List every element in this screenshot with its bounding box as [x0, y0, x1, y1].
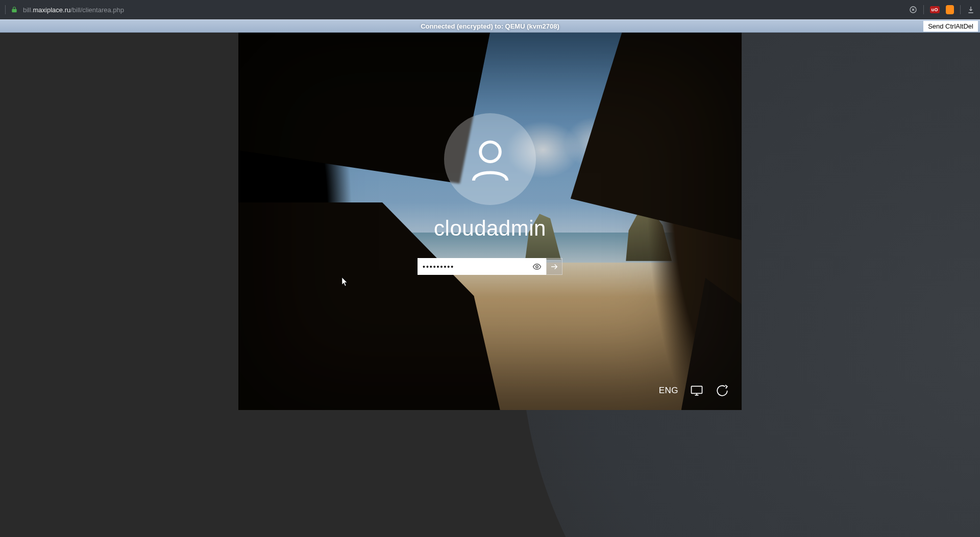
username-label: cloudadmin	[434, 216, 546, 241]
submit-arrow-button[interactable]	[546, 258, 562, 275]
connection-status-text: Connected (encrypted) to: QEMU (kvm2708)	[421, 22, 559, 30]
divider	[5, 5, 6, 14]
login-status-tray: ENG	[659, 383, 729, 398]
input-language-button[interactable]: ENG	[659, 386, 678, 396]
close-circle-icon[interactable]	[909, 6, 917, 14]
browser-address-bar: bill.maxiplace.ru/bill/clientarea.php uO	[0, 0, 980, 19]
svg-point-2	[536, 265, 538, 268]
url-text[interactable]: bill.maxiplace.ru/bill/clientarea.php	[23, 6, 124, 14]
vnc-remote-screen[interactable]: cloudadmin ENG	[238, 33, 742, 410]
ublock-extension-icon[interactable]: uO	[930, 6, 940, 13]
divider	[960, 5, 961, 14]
user-icon	[466, 135, 514, 184]
password-input[interactable]	[423, 259, 541, 274]
windows-login-panel: cloudadmin	[418, 113, 562, 275]
ease-of-access-icon[interactable]	[715, 383, 729, 398]
svg-rect-3	[692, 386, 702, 393]
vnc-connection-bar: Connected (encrypted) to: QEMU (kvm2708)…	[0, 19, 980, 33]
lock-icon	[11, 6, 18, 13]
reveal-password-icon[interactable]	[532, 262, 542, 272]
user-avatar	[444, 113, 536, 205]
download-icon[interactable]	[967, 6, 975, 14]
divider	[923, 5, 924, 14]
page-viewport: cloudadmin ENG	[0, 33, 980, 537]
password-field-wrapper	[418, 258, 546, 275]
extension-icon[interactable]	[946, 5, 954, 14]
svg-point-1	[480, 142, 500, 162]
mouse-cursor-icon	[342, 277, 348, 287]
network-icon[interactable]	[690, 383, 704, 398]
send-ctrl-alt-del-button[interactable]: Send CtrlAltDel	[923, 21, 978, 32]
